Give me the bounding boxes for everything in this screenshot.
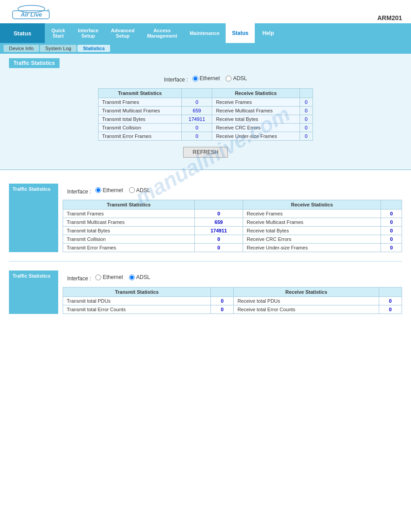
tx-value: 0: [182, 123, 212, 132]
nav-quick-start[interactable]: QuickStart: [45, 23, 72, 43]
table-row: Transmit total Error Counts 0 Receive to…: [63, 305, 402, 313]
tx-label: Transmit Error Frames: [98, 132, 182, 140]
rx-label: Receive Frames: [212, 98, 300, 106]
section3-interface-row: Interface : Ethernet ADSL: [67, 274, 402, 282]
nav-advanced-setup[interactable]: AdvancedSetup: [105, 23, 141, 43]
section1-adsl-label: ADSL: [233, 75, 247, 82]
section3-tx-val-header: [211, 287, 234, 296]
section1-adsl-option[interactable]: ADSL: [226, 75, 247, 82]
nav-help[interactable]: Help: [255, 23, 282, 43]
section2-ethernet-option[interactable]: Ethernet: [95, 187, 123, 193]
section3-adsl-radio[interactable]: [129, 275, 135, 280]
tx-label: Transmit Multicast Frames: [98, 106, 182, 115]
table-row: Transmit Multicast Frames 659 Receive Mu…: [98, 106, 313, 115]
section2-block: Traffic Statistics Interface : Ethernet …: [9, 184, 402, 253]
rx-label: Receive Multicast Frames: [243, 218, 381, 227]
table-row: Transmit total Bytes 174911 Receive tota…: [98, 115, 313, 123]
tx-value: 0: [211, 305, 234, 313]
sub-nav-system-log[interactable]: System Log: [40, 45, 77, 52]
tx-label: Transmit total Bytes: [63, 227, 195, 235]
tx-label: Transmit Collision: [63, 235, 195, 244]
section1-ethernet-radio[interactable]: [193, 76, 198, 82]
section3-ethernet-radio[interactable]: [95, 275, 101, 280]
tx-label: Transmit Collision: [98, 123, 182, 132]
rx-value: 0: [379, 296, 402, 305]
section1-tx-value-header: [182, 88, 212, 98]
section2-tx-header: Transmit Statistics: [63, 200, 195, 210]
section3-adsl-label: ADSL: [136, 274, 150, 280]
rx-label: Receive total PDUs: [234, 296, 379, 305]
rx-value: 0: [381, 227, 402, 235]
section3-interface-label: Interface :: [67, 275, 91, 282]
nav-interface-setup[interactable]: InterfaceSetup: [72, 23, 105, 43]
section2-adsl-label: ADSL: [136, 187, 150, 193]
section2-tx-val-header: [195, 200, 243, 210]
tx-label: Transmit Error Frames: [63, 244, 195, 252]
nav-access-management[interactable]: AccessManagement: [141, 23, 183, 43]
tx-value: 0: [182, 98, 212, 106]
table-row: Transmit Frames 0 Receive Frames 0: [63, 210, 402, 218]
section3-title: Traffic Statistics: [9, 270, 54, 281]
tx-value: 659: [195, 218, 243, 227]
section2-sidebar: Traffic Statistics: [9, 184, 58, 253]
svg-text:Air Live: Air Live: [20, 11, 42, 18]
tx-value: 0: [195, 210, 243, 218]
rx-label: Receive Under-size Frames: [212, 132, 300, 140]
section2-title: Traffic Statistics: [9, 184, 54, 194]
section3-sidebar: Traffic Statistics: [9, 270, 58, 314]
table-row: Transmit Collision 0 Receive CRC Errors …: [63, 235, 402, 244]
rx-value: 0: [381, 244, 402, 252]
nav-status-label[interactable]: Status: [0, 23, 45, 43]
section2-adsl-radio[interactable]: [129, 187, 135, 193]
section3-block: Traffic Statistics Interface : Ethernet …: [9, 270, 402, 314]
table-row: Transmit Error Frames 0 Receive Under-si…: [63, 244, 402, 252]
section2-ethernet-radio[interactable]: [95, 187, 101, 193]
section2-ethernet-label: Ethernet: [103, 187, 123, 193]
table-row: Transmit Error Frames 0 Receive Under-si…: [98, 132, 313, 140]
refresh-button[interactable]: REFRESH: [183, 147, 227, 158]
table-row: Transmit total PDUs 0 Receive total PDUs…: [63, 296, 402, 305]
rx-label: Receive Multicast Frames: [212, 106, 300, 115]
table-row: Transmit Multicast Frames 659 Receive Mu…: [63, 218, 402, 227]
section1-ethernet-option[interactable]: Ethernet: [193, 75, 220, 82]
section3-ethernet-label: Ethernet: [103, 274, 123, 280]
section3-ethernet-option[interactable]: Ethernet: [95, 274, 123, 280]
tx-value: 659: [182, 106, 212, 115]
section3-adsl-option[interactable]: ADSL: [129, 274, 150, 280]
section2-interface-label: Interface :: [67, 188, 91, 194]
section1-interface-row: Interface : Ethernet ADSL: [9, 75, 402, 83]
section2-stats-table: Transmit Statistics Receive Statistics T…: [63, 200, 402, 252]
tx-value: 174911: [182, 115, 212, 123]
rx-value: 0: [379, 305, 402, 313]
sub-nav: Device Info System Log Statistics: [0, 43, 411, 54]
section3: Traffic Statistics Interface : Ethernet …: [0, 266, 411, 323]
svg-text:®: ®: [47, 9, 50, 13]
sub-nav-device-info[interactable]: Device Info: [4, 45, 39, 52]
section3-tx-header: Transmit Statistics: [63, 287, 211, 296]
section1-rx-header: Receive Statistics: [212, 88, 300, 98]
section2-adsl-option[interactable]: ADSL: [129, 187, 150, 193]
section3-stats-table: Transmit Statistics Receive Statistics T…: [63, 287, 402, 314]
section1-stats-table: Transmit Statistics Receive Statistics T…: [98, 88, 313, 141]
section1-adsl-radio[interactable]: [226, 76, 231, 82]
section3-content: Interface : Ethernet ADSL: [58, 270, 402, 314]
model-label: ARM201: [377, 14, 402, 21]
rx-value: 0: [300, 115, 313, 123]
nav-maintenance[interactable]: Maintenance: [184, 23, 226, 43]
sub-nav-statistics[interactable]: Statistics: [77, 45, 110, 52]
table-row: Transmit Frames 0 Receive Frames 0: [98, 98, 313, 106]
page-header: Air Live ® ARM201: [0, 0, 411, 23]
logo-svg: Air Live ®: [9, 4, 54, 21]
tx-label: Transmit Frames: [63, 210, 195, 218]
tx-label: Transmit total Bytes: [98, 115, 182, 123]
nav-status[interactable]: Status: [226, 23, 255, 43]
rx-label: Receive total Bytes: [212, 115, 300, 123]
rx-label: Receive CRC Errors: [212, 123, 300, 132]
rx-value: 0: [300, 123, 313, 132]
nav-bar: Status QuickStart InterfaceSetup Advance…: [0, 23, 411, 43]
tx-value: 0: [195, 244, 243, 252]
section3-rx-val-header: [379, 287, 402, 296]
section2-rx-header: Receive Statistics: [243, 200, 381, 210]
section2-rx-val-header: [381, 200, 402, 210]
table-row: Transmit total Bytes 174911 Receive tota…: [63, 227, 402, 235]
